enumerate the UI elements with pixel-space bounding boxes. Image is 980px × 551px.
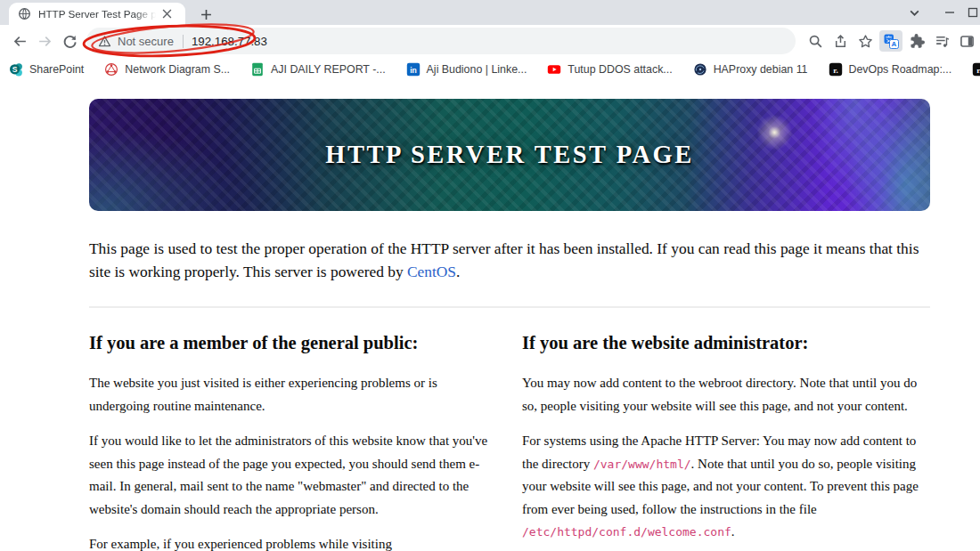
youtube-icon <box>547 62 561 77</box>
share-icon <box>833 34 848 49</box>
svg-text:r.: r. <box>976 66 980 75</box>
test-page-banner: HTTP SERVER TEST PAGE <box>89 99 930 211</box>
side-panel-button[interactable] <box>954 28 979 53</box>
maximize-button[interactable] <box>968 0 980 25</box>
bookmark-network-diagram[interactable]: Network Diagram S... <box>104 62 230 77</box>
two-column-section: If you are a member of the general publi… <box>89 333 930 551</box>
back-icon <box>12 34 28 49</box>
tab-http-server-test-page[interactable]: HTTP Server Test Page powered <box>9 3 185 25</box>
svg-text:A: A <box>891 40 896 48</box>
back-button[interactable] <box>7 28 32 53</box>
media-controls-button[interactable] <box>929 28 954 53</box>
paragraph: The website you just visited is either e… <box>89 372 497 417</box>
roadmap-sh-icon: r. <box>972 62 980 77</box>
roadmap-sh-icon: r. <box>829 62 843 77</box>
reload-button[interactable] <box>57 28 82 53</box>
bookmark-devops-roadmap[interactable]: r. DevOps Roadmap:... <box>829 62 952 77</box>
general-public-column: If you are a member of the general publi… <box>89 333 497 551</box>
section-divider <box>89 306 930 308</box>
browser-window: HTTP Server Test Page powered <box>0 0 980 551</box>
page-content: HTTP SERVER TEST PAGE This page is used … <box>0 82 980 551</box>
not-secure-warning-icon <box>98 35 111 48</box>
forward-button[interactable] <box>32 28 57 53</box>
close-tab-button[interactable] <box>159 6 175 21</box>
paragraph: For example, if you experienced problems… <box>89 533 497 551</box>
translate-icon: A <box>884 34 899 49</box>
paragraph: If you would like to let the administrat… <box>89 430 497 521</box>
code-path-welcome-conf: /etc/httpd/conf.d/welcome.conf <box>522 525 731 539</box>
general-public-heading: If you are a member of the general publi… <box>89 333 497 353</box>
bookmarks-bar: S SharePoint Network Diagram S... AJI DA… <box>0 57 980 82</box>
side-search-button[interactable] <box>803 28 828 53</box>
translate-button[interactable]: A <box>879 30 902 52</box>
plus-icon <box>200 9 212 20</box>
maximize-icon <box>968 7 978 18</box>
search-icon <box>808 34 823 49</box>
linkedin-icon: in <box>406 62 421 77</box>
browser-toolbar: Not secure 192.168.77.83 <box>0 25 980 57</box>
banner-title: HTTP SERVER TEST PAGE <box>325 141 693 169</box>
bookmark-sharepoint[interactable]: S SharePoint <box>9 62 84 77</box>
star-icon <box>858 34 873 49</box>
bookmark-haproxy[interactable]: HAProxy debian 11 <box>693 62 808 77</box>
forward-icon <box>37 34 53 49</box>
bookmark-youtube-ddos[interactable]: Tutup DDOS attack... <box>547 62 672 77</box>
globe-favicon <box>18 7 31 20</box>
chevron-down-icon <box>909 7 920 19</box>
intro-paragraph: This page is used to test the proper ope… <box>89 238 928 283</box>
bookmark-linkedin[interactable]: in Aji Budiono | Linke... <box>406 62 527 77</box>
minimize-button[interactable] <box>932 0 968 25</box>
close-icon <box>162 9 172 19</box>
haproxy-icon <box>693 62 707 77</box>
url-text: 192.168.77.83 <box>192 35 267 48</box>
code-path-webroot: /var/www/html/ <box>593 458 691 471</box>
paragraph: You may now add content to the webroot d… <box>522 372 930 417</box>
svg-text:S: S <box>12 65 18 74</box>
centos-link[interactable]: CentOS <box>407 263 456 280</box>
puzzle-icon <box>910 34 925 49</box>
svg-text:in: in <box>410 66 417 75</box>
tab-title: HTTP Server Test Page powered <box>38 8 156 20</box>
tab-strip: HTTP Server Test Page powered <box>0 0 980 25</box>
toolbar-right-icons: A <box>803 28 979 53</box>
reload-icon <box>62 34 78 49</box>
administrator-column: If you are the website administrator: Yo… <box>522 333 930 551</box>
minimize-icon <box>944 7 955 18</box>
window-controls <box>896 0 980 25</box>
bookmark-aji-daily-report[interactable]: AJI DAILY REPORT -... <box>250 62 386 77</box>
administrator-heading: If you are the website administrator: <box>522 333 930 353</box>
sharepoint-icon: S <box>9 62 23 77</box>
bookmark-docker-roadmap[interactable]: r. Docker Roadmap -... <box>972 62 980 77</box>
tab-search-button[interactable] <box>896 0 932 25</box>
extensions-button[interactable] <box>904 28 929 53</box>
side-panel-icon <box>960 34 975 49</box>
network-diagram-icon <box>104 62 118 77</box>
paragraph: For systems using the Apache HTTP Server… <box>522 430 930 544</box>
share-button[interactable] <box>828 28 853 53</box>
omnibox-divider <box>183 35 184 48</box>
new-tab-button[interactable] <box>197 5 215 23</box>
security-label: Not secure <box>118 35 174 48</box>
media-playlist-icon <box>935 34 950 49</box>
svg-text:r.: r. <box>833 66 837 75</box>
bookmark-page-button[interactable] <box>853 28 878 53</box>
address-bar[interactable]: Not secure 192.168.77.83 <box>86 28 796 54</box>
google-sheets-icon <box>250 62 265 77</box>
